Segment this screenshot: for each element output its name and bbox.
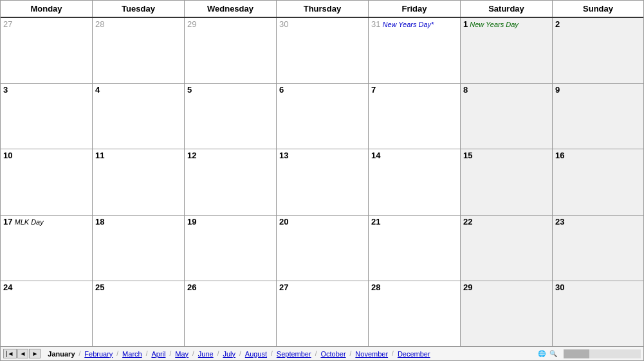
day-cell[interactable]: 6 [277,84,369,149]
calendar-body: 2728293031New Years Day*1New Years Day23… [1,18,643,346]
header-day-saturday: Saturday [461,1,553,17]
day-number: 26 [187,282,196,292]
month-tab-march[interactable]: March [118,350,146,358]
week-row-3: 17MLK Day181920212223 [1,216,643,281]
day-cell[interactable]: 30 [277,18,369,83]
day-cell[interactable]: 28 [93,18,185,83]
day-number: 9 [555,85,560,95]
day-cell[interactable]: 5 [185,84,277,149]
day-cell[interactable]: 28 [369,281,461,346]
header-day-wednesday: Wednesday [185,1,277,17]
calendar-container: MondayTuesdayWednesdayThursdayFridaySatu… [0,0,644,361]
day-number: 2 [555,19,560,29]
day-number: 1 [463,19,468,29]
day-number: 18 [95,217,104,227]
day-cell[interactable]: 16 [553,149,643,214]
month-tab-december[interactable]: December [394,350,434,358]
day-cell[interactable]: 31New Years Day* [369,18,461,83]
day-cell[interactable]: 20 [277,216,369,281]
month-tab-september[interactable]: September [273,350,315,358]
day-cell[interactable]: 26 [185,281,277,346]
day-cell[interactable]: 27 [1,18,93,83]
day-number: 29 [187,19,196,29]
day-cell[interactable]: 2 [553,18,643,83]
day-cell[interactable]: 1New Years Day [461,18,553,83]
day-number: 30 [279,19,288,29]
horizontal-scrollbar[interactable] [564,349,641,358]
day-number: 15 [463,151,472,160]
header-day-thursday: Thursday [277,1,369,17]
day-cell[interactable]: 23 [553,216,643,281]
bottom-bar: |◄ ◄ ► January/February/March/April/May/… [1,346,643,360]
day-cell[interactable]: 19 [185,216,277,281]
day-cell[interactable]: 4 [93,84,185,149]
day-cell[interactable]: 7 [369,84,461,149]
day-cell[interactable]: 27 [277,281,369,346]
nav-first-button[interactable]: |◄ [3,349,17,358]
month-tab-june[interactable]: June [194,350,217,358]
day-number: 3 [3,85,8,95]
day-number: 24 [3,282,12,292]
day-number: 28 [95,19,104,29]
day-cell[interactable]: 17MLK Day [1,216,93,281]
day-cell[interactable]: 30 [553,281,643,346]
day-number: 20 [279,217,288,227]
day-number: 8 [463,85,468,95]
day-cell[interactable]: 25 [93,281,185,346]
day-number: 12 [187,151,196,160]
nav-prev-button[interactable]: ◄ [17,349,29,358]
day-number: 22 [463,217,472,227]
day-cell[interactable]: 10 [1,149,93,214]
day-number: 6 [279,85,284,95]
day-number: 19 [187,217,196,227]
zoom-icon[interactable]: 🔍 [548,349,558,359]
day-cell[interactable]: 14 [369,149,461,214]
header-day-tuesday: Tuesday [93,1,185,17]
month-tab-october[interactable]: October [317,350,349,358]
day-cell[interactable]: 11 [93,149,185,214]
day-number: 17 [3,217,12,227]
month-tab-august[interactable]: August [241,350,271,358]
day-cell[interactable]: 29 [185,18,277,83]
month-tab-july[interactable]: July [219,350,239,358]
week-row-4: 24252627282930 [1,281,643,346]
day-cell[interactable]: 8 [461,84,553,149]
day-cell[interactable]: 21 [369,216,461,281]
day-cell[interactable]: 24 [1,281,93,346]
header-day-monday: Monday [1,1,93,17]
day-cell[interactable]: 22 [461,216,553,281]
day-cell[interactable]: 3 [1,84,93,149]
settings-icon[interactable]: 🌐 [537,349,547,359]
nav-buttons: |◄ ◄ ► [1,349,44,358]
day-cell[interactable]: 29 [461,281,553,346]
bottom-icons: 🌐 🔍 [534,349,561,359]
nav-next-button[interactable]: ► [29,349,41,358]
day-number: 11 [95,151,104,160]
day-number: 30 [555,282,564,292]
day-cell[interactable]: 18 [93,216,185,281]
day-number: 16 [555,151,564,160]
day-number: 25 [95,282,104,292]
day-number: 27 [279,282,288,292]
month-tab-november[interactable]: November [351,350,392,358]
month-tab-may[interactable]: May [171,350,192,358]
day-number: 7 [371,85,376,95]
day-cell[interactable]: 13 [277,149,369,214]
day-number: 23 [555,217,564,227]
week-row-0: 2728293031New Years Day*1New Years Day2 [1,18,643,84]
day-cell[interactable]: 9 [553,84,643,149]
week-row-2: 10111213141516 [1,149,643,215]
day-cell[interactable]: 15 [461,149,553,214]
holiday-text: New Years Day [470,21,519,28]
month-tab-january[interactable]: January [44,350,78,358]
day-number: 4 [95,85,100,95]
holiday-text: MLK Day [14,218,43,226]
month-tab-february[interactable]: February [80,350,116,358]
day-number: 28 [371,282,380,292]
day-number: 27 [3,19,12,29]
day-cell[interactable]: 12 [185,149,277,214]
day-number: 13 [279,151,288,160]
week-row-1: 3456789 [1,84,643,149]
scrollbar-thumb[interactable] [564,349,589,358]
month-tab-april[interactable]: April [147,350,169,358]
